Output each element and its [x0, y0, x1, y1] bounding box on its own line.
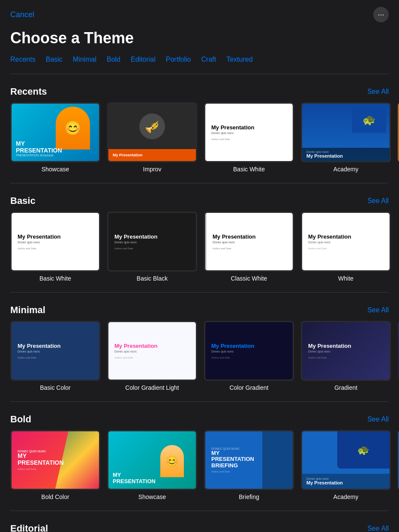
tab-textured[interactable]: Textured [226, 54, 252, 65]
slide-title-cw: My Presentation [213, 233, 287, 240]
bold-academy-bar: Donec quis nunc My Presentation [302, 474, 390, 489]
theme-card-color-gradient[interactable]: My Presentation Donec quis nunc Author a… [204, 321, 294, 391]
divider-bold [10, 401, 389, 402]
theme-card-academy-recents[interactable]: 🐢 Donec quis nunc My Presentation Academ… [301, 102, 391, 173]
thumb-classic-white: My Presentation Donec quis nunc Author a… [204, 212, 294, 272]
tab-craft[interactable]: Craft [201, 54, 216, 65]
theme-card-basic-white-recents[interactable]: My Presentation Donec quis nunc Author a… [204, 102, 294, 173]
theme-card-gradient[interactable]: My Presentation Donec quis nunc Author a… [301, 321, 391, 391]
theme-card-classic-white[interactable]: My Presentation Donec quis nunc Author a… [204, 212, 294, 282]
see-all-minimal[interactable]: See All [367, 306, 389, 314]
slide-title-cgl: My Presentation [114, 343, 190, 350]
thumb-briefing: Donec quis nunc MYPRESENTATIONBriefing A… [204, 430, 294, 490]
academy-bar: Donec quis nunc My Presentation [302, 148, 390, 161]
tab-recents[interactable]: Recents [10, 54, 36, 65]
slide-gradient: My Presentation Donec quis nunc Author a… [302, 322, 390, 380]
theme-card-basic-color[interactable]: My Presentation Donec quis nunc Author a… [10, 321, 100, 391]
improv-bar: My Presentation [108, 149, 196, 161]
bold-scroll-row: DONEC QUIS NUNC MYPRESENTATION Author an… [0, 430, 399, 507]
tab-bold[interactable]: Bold [107, 54, 120, 65]
theme-card-white[interactable]: My Presentation Donec quis nunc Author a… [301, 212, 391, 282]
theme-label-classic-white: Classic White [204, 275, 294, 282]
theme-label-basic-white-recents: Basic White [204, 166, 294, 173]
theme-card-improv[interactable]: 🎺 My Presentation Improv [107, 102, 197, 173]
minimal-scroll-row: My Presentation Donec quis nunc Author a… [0, 321, 399, 398]
more-options-button[interactable]: ··· [373, 7, 389, 22]
improv-image: 🎺 [108, 104, 196, 149]
section-title-editorial: Editorial [10, 523, 48, 532]
basic-scroll-row: My Presentation Donec quis nunc Author a… [0, 212, 399, 289]
theme-card-bold-showcase[interactable]: 😊 MYPRESENTATION Showcase [107, 430, 197, 500]
divider-minimal [10, 292, 389, 293]
slide-title-w: My Presentation [308, 233, 384, 240]
section-header-basic: Basic See All [0, 190, 399, 212]
tab-minimal[interactable]: Minimal [73, 54, 96, 65]
theme-card-bold-academy[interactable]: 🐢 Donec quis nunc My Presentation Academ… [301, 430, 391, 500]
section-header-recents: Recents See All [0, 81, 399, 102]
theme-label-basic-white: Basic White [10, 275, 100, 282]
slide-title-bw: My Presentation [18, 233, 93, 240]
section-title-basic: Basic [10, 195, 36, 206]
section-header-bold: Bold See All [0, 409, 399, 430]
tab-portfolio[interactable]: Portfolio [166, 54, 191, 65]
theme-card-showcase-recents[interactable]: 😊 MYPRESENTATION PRESENTATION Showcase S… [10, 102, 100, 173]
cancel-button[interactable]: Cancel [10, 10, 34, 19]
slide-title-cg: My Presentation [211, 343, 287, 350]
thumb-color-gradient-light: My Presentation Donec quis nunc Author a… [107, 321, 197, 381]
tab-editorial[interactable]: Editorial [131, 54, 156, 65]
slide-color-gradient-light: My Presentation Donec quis nunc Author a… [108, 322, 196, 380]
theme-label-bold-color: Bold Color [10, 493, 100, 500]
slide-briefing: Donec quis nunc MYPRESENTATIONBriefing A… [205, 431, 293, 489]
slide-title-text: My Presentation [211, 124, 287, 131]
theme-card-bold-color[interactable]: DONEC QUIS NUNC MYPRESENTATION Author an… [10, 430, 100, 500]
academy-text-top: Donec quis nunc [306, 150, 385, 153]
section-basic: Basic See All My Presentation Donec quis… [0, 190, 399, 289]
nav-tabs: Recents Basic Minimal Bold Editorial Por… [0, 54, 399, 74]
thumb-basic-white: My Presentation Donec quis nunc Author a… [10, 212, 100, 272]
theme-label-bold-showcase: Showcase [107, 493, 197, 500]
slide-author-text: Author and Date [211, 138, 287, 140]
more-icon: ··· [378, 10, 384, 19]
theme-label-basic-black: Basic Black [107, 275, 197, 282]
tab-basic[interactable]: Basic [46, 54, 63, 65]
theme-label-gradient: Gradient [301, 384, 391, 391]
slide-author-bc: Author and Date [18, 356, 93, 359]
slide-basic-color: My Presentation Donec quis nunc Author a… [12, 322, 99, 380]
divider-recents [10, 74, 389, 74]
theme-card-basic-white[interactable]: My Presentation Donec quis nunc Author a… [10, 212, 100, 282]
recents-scroll-row: 😊 MYPRESENTATION PRESENTATION Showcase S… [0, 102, 399, 179]
showcase-text: MYPRESENTATION PRESENTATION Showcase [16, 140, 62, 157]
thumb-color-gradient: My Presentation Donec quis nunc Author a… [204, 321, 294, 381]
see-all-bold[interactable]: See All [367, 415, 389, 423]
thumb-bold-academy: 🐢 Donec quis nunc My Presentation [301, 430, 391, 490]
section-title-bold: Bold [10, 414, 31, 425]
see-all-editorial[interactable]: See All [367, 525, 389, 532]
slide-author-cgl: Author and Date [114, 356, 190, 359]
slide-basic-black: My Presentation Donec quis nunc Author a… [108, 213, 196, 270]
slide-author-g: Author and Date [308, 356, 384, 359]
slide-subtitle-text: Donec quis nunc [211, 132, 287, 134]
improv-bar-text: My Presentation [113, 153, 143, 157]
theme-card-briefing[interactable]: Donec quis nunc MYPRESENTATIONBriefing A… [204, 430, 294, 500]
theme-card-basic-black[interactable]: My Presentation Donec quis nunc Author a… [107, 212, 197, 282]
slide-author-cw: Author and Date [213, 247, 287, 250]
slide-white: My Presentation Donec quis nunc Author a… [302, 213, 390, 270]
see-all-basic[interactable]: See All [367, 197, 389, 205]
slide-subtitle-w: Donec quis nunc [308, 241, 384, 244]
thumb-white: My Presentation Donec quis nunc Author a… [301, 212, 391, 272]
slide-subtitle-cgl: Donec quis nunc [114, 350, 190, 353]
slide-basic-white-basic: My Presentation Donec quis nunc Author a… [12, 213, 99, 270]
briefing-author: Author and Date [211, 470, 287, 473]
bold-academy-title: My Presentation [306, 480, 385, 485]
slide-title-bc: My Presentation [18, 343, 93, 350]
see-all-recents[interactable]: See All [367, 88, 389, 96]
slide-subtitle-cg: Donec quis nunc [211, 350, 287, 353]
slide-author-w: Author and Date [308, 247, 384, 250]
bold-academy-image: 🐢 [337, 431, 390, 469]
section-bold: Bold See All DONEC QUIS NUNC MYPRESENTAT… [0, 409, 399, 507]
slide-title-bb: My Presentation [114, 233, 190, 240]
theme-card-color-gradient-light[interactable]: My Presentation Donec quis nunc Author a… [107, 321, 197, 391]
section-title-minimal: Minimal [10, 305, 45, 316]
showcase-slide-subtitle: PRESENTATION Showcase [16, 154, 62, 157]
divider-basic [10, 183, 389, 183]
